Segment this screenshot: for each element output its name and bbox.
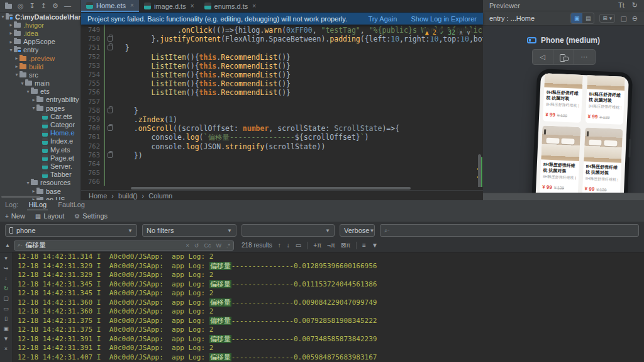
tree-item-server[interactable]: Server. bbox=[0, 162, 80, 170]
close-icon[interactable]: × bbox=[252, 3, 256, 9]
tree-item-idea[interactable]: ▸.idea bbox=[0, 29, 80, 37]
chevron-right-icon[interactable]: ▸ bbox=[8, 39, 14, 45]
tree-item-entryability[interactable]: ▸entryability bbox=[0, 96, 80, 104]
inspections-widget[interactable]: ▲ 2 ✓ 32 ∧ ∨ bbox=[423, 28, 473, 37]
fold-lock-icon[interactable] bbox=[108, 125, 113, 131]
scroll-to-end-icon[interactable]: ↓ bbox=[4, 275, 8, 281]
try-again-link[interactable]: Try Again bbox=[368, 15, 397, 23]
log-output[interactable]: 12-18 14:42:31.314 I A0c0d0/JSApp: app L… bbox=[13, 252, 644, 362]
chevron-right-icon[interactable]: ▸ bbox=[31, 97, 36, 103]
chevron-right-icon[interactable]: ▸ bbox=[14, 64, 19, 69]
device-dropdown[interactable]: phone ▼ bbox=[5, 224, 137, 237]
chevron-right-icon[interactable]: ▸ bbox=[8, 30, 14, 36]
tab-imagedts[interactable]: image.d.ts× bbox=[139, 0, 199, 12]
filter-icon[interactable]: ▼ bbox=[3, 336, 9, 342]
chevron-down-icon[interactable]: ▾ bbox=[25, 180, 31, 186]
error-stripe[interactable] bbox=[477, 25, 483, 187]
zoom-out-icon[interactable]: ⊖ bbox=[632, 14, 638, 23]
filters-dropdown[interactable]: No filters ▼ bbox=[142, 224, 236, 237]
breadcrumb-item[interactable]: Column bbox=[148, 192, 172, 200]
funnel-icon[interactable]: ▼ bbox=[372, 242, 378, 249]
collapse-all-icon[interactable]: ↧ bbox=[30, 3, 35, 9]
previewer-scrollbar-strip[interactable] bbox=[483, 193, 644, 200]
tree-item-resources[interactable]: ▾resources bbox=[0, 179, 80, 187]
monitor-toggle-icon[interactable]: ▣ bbox=[571, 13, 582, 23]
tab-homeets[interactable]: Home.ets× bbox=[81, 0, 139, 12]
tree-item-pageet[interactable]: Page.et bbox=[0, 154, 80, 162]
tree-item-categor[interactable]: Categor bbox=[0, 120, 80, 128]
tree-item-pages[interactable]: ▾pages bbox=[0, 104, 80, 112]
next-issue-icon[interactable]: ∨ bbox=[467, 29, 470, 36]
tree-item-tabber[interactable]: Tabber bbox=[0, 171, 80, 179]
font-settings-icon[interactable]: Tt bbox=[618, 1, 625, 9]
layers-toggle-icon[interactable]: ▤ bbox=[582, 13, 594, 23]
collapse-icon[interactable]: ▲ bbox=[5, 242, 10, 248]
chevron-down-icon[interactable]: ▾ bbox=[0, 14, 6, 20]
log-tab-faultlog[interactable]: FaultLog bbox=[57, 201, 86, 210]
exclude-filter-icon[interactable]: ¬π bbox=[327, 242, 335, 249]
chevron-down-icon[interactable]: ▾ bbox=[19, 81, 25, 86]
select-all-matches-icon[interactable]: ▭ bbox=[296, 242, 301, 249]
include-filter-icon[interactable]: +π bbox=[313, 242, 321, 249]
chevron-right-icon[interactable]: ▸ bbox=[8, 22, 14, 28]
tree-item-build[interactable]: ▸build bbox=[0, 62, 80, 71]
log-tab-hilog[interactable]: HiLog bbox=[27, 201, 48, 211]
tree-item-indexe[interactable]: Index.e bbox=[0, 137, 80, 145]
code-editor[interactable]: 749 .onClick(()=>{hilog.warn(0xFF00, "te… bbox=[81, 25, 483, 187]
save-log-icon[interactable]: ▯ bbox=[4, 315, 8, 322]
expand-all-icon[interactable]: ↥ bbox=[41, 3, 47, 9]
breadcrumb-item[interactable]: build() bbox=[118, 192, 138, 200]
editor-hscrollbar[interactable] bbox=[131, 187, 464, 189]
tree-item-carets[interactable]: Car.ets bbox=[0, 112, 80, 120]
hide-panel-icon[interactable]: — bbox=[64, 3, 71, 9]
clear-icon[interactable]: × bbox=[186, 242, 189, 249]
frame-icon[interactable]: ▢ bbox=[620, 14, 626, 23]
product-card[interactable]: 8H释压舒弹纤维枕 抗菌对装8H释压舒弹纤维枕 抗菌...¥ 99¥ 129 bbox=[540, 125, 580, 193]
refresh-icon[interactable]: ↻ bbox=[632, 1, 638, 9]
prev-match-icon[interactable]: ↑ bbox=[278, 242, 281, 249]
log-toolbar-new[interactable]: +New bbox=[5, 212, 25, 220]
chevron-down-icon[interactable]: ▾ bbox=[14, 72, 19, 77]
tree-item-myets[interactable]: My.ets bbox=[0, 145, 80, 154]
find-input[interactable]: ⌕· 偏移量 × ↺ Cc W .* bbox=[14, 240, 234, 251]
tree-item-main[interactable]: ▾main bbox=[0, 79, 80, 88]
lines-icon[interactable]: ≡ bbox=[362, 242, 366, 249]
chevron-right-icon[interactable]: ▸ bbox=[31, 188, 36, 194]
back-button[interactable]: ◁ bbox=[533, 50, 553, 64]
fold-lock-icon[interactable] bbox=[108, 45, 113, 50]
clear-icon[interactable]: ▢ bbox=[3, 295, 9, 302]
chevron-down-icon[interactable]: ▾ bbox=[8, 47, 14, 53]
history-icon[interactable]: ↺ bbox=[194, 242, 199, 249]
fold-lock-icon[interactable] bbox=[108, 152, 113, 158]
log-search-input[interactable]: ⌕· bbox=[380, 224, 639, 237]
fold-lock-icon[interactable] bbox=[108, 108, 113, 113]
product-card[interactable]: 8H释压舒弹纤维枕 抗菌对装8H释压舒弹纤维枕 抗菌...¥ 99¥ 129 bbox=[582, 127, 623, 193]
process-dropdown[interactable]: ▼ bbox=[242, 224, 335, 237]
grid-menu-button[interactable]: ⊞ ▾ bbox=[599, 14, 615, 23]
log-toolbar-layout[interactable]: ▦Layout bbox=[35, 212, 64, 220]
close-icon[interactable]: × bbox=[4, 346, 8, 352]
chevron-down-icon[interactable]: ▾ bbox=[25, 89, 31, 94]
device-log-icon[interactable]: ▣ bbox=[3, 325, 9, 332]
resume-icon[interactable]: ↻ bbox=[4, 285, 9, 291]
tree-item-base[interactable]: ▸base bbox=[0, 187, 80, 195]
level-dropdown[interactable]: Verbose ▼ bbox=[340, 224, 375, 237]
collapse-triangle-icon[interactable]: ▾ bbox=[4, 255, 8, 261]
gear-icon[interactable]: ⚙ bbox=[52, 3, 58, 9]
folder-icon[interactable] bbox=[5, 4, 12, 9]
fold-filter-icon[interactable]: ⊠π bbox=[341, 242, 350, 249]
print-icon[interactable]: ▭ bbox=[3, 305, 9, 312]
tree-item-appscope[interactable]: ▸AppScope bbox=[0, 38, 80, 46]
tree-item-entry[interactable]: ▾entry bbox=[0, 46, 80, 54]
tree-item-homee[interactable]: Home.e bbox=[0, 129, 80, 137]
tree-root[interactable]: ▾ C:\myData\code\Harmon bbox=[0, 13, 80, 21]
tree-item-preview[interactable]: ▸.preview bbox=[0, 54, 80, 62]
tree-hscrollbar[interactable] bbox=[1, 196, 40, 198]
soft-wrap-icon[interactable]: ↪ bbox=[4, 265, 9, 271]
tree-item-hvigor[interactable]: ▸.hvigor bbox=[0, 21, 80, 29]
product-card[interactable]: 8H释压舒弹纤维枕 抗菌对装8H释压舒弹纤维枕 抗菌...¥ 99¥ 129 bbox=[543, 73, 584, 123]
chevron-down-icon[interactable]: ▾ bbox=[31, 105, 36, 111]
fold-lock-icon[interactable] bbox=[108, 36, 113, 42]
phone-screen[interactable]: 8H释压舒弹纤维枕 抗菌对装8H释压舒弹纤维枕 抗菌...¥ 99¥ 1298H… bbox=[530, 73, 629, 193]
tree-item-ets[interactable]: ▾ets bbox=[0, 88, 80, 96]
